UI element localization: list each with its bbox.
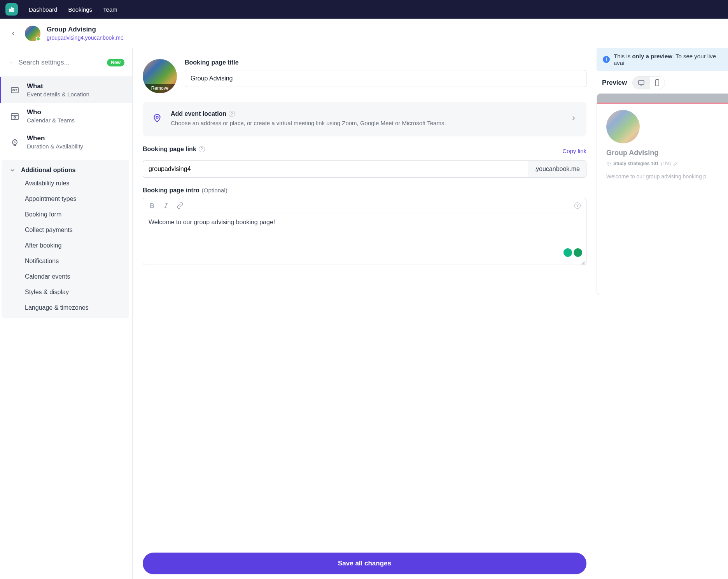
additional-item-notifications[interactable]: Notifications bbox=[25, 258, 121, 265]
page-thumbnail[interactable]: Remove bbox=[143, 59, 177, 93]
additional-item-calendar-events[interactable]: Calendar events bbox=[25, 273, 121, 280]
svg-point-13 bbox=[14, 117, 16, 118]
search-settings-input[interactable] bbox=[18, 59, 101, 66]
add-location-card[interactable]: Add event location ? Choose an address o… bbox=[143, 102, 586, 136]
additional-item-language-timezones[interactable]: Language & timezones bbox=[25, 304, 121, 311]
app-logo[interactable] bbox=[5, 3, 18, 16]
intro-textarea[interactable]: Welcome to our group advising booking pa… bbox=[143, 213, 586, 260]
sidebar-item-what[interactable]: What Event details & Location bbox=[0, 77, 132, 103]
resize-handle[interactable]: ◢ bbox=[143, 260, 586, 265]
additional-options-title: Additional options bbox=[21, 167, 75, 174]
sidebar-item-subtitle: Event details & Location bbox=[27, 91, 89, 98]
chevron-right-icon bbox=[570, 115, 577, 123]
additional-item-booking-form[interactable]: Booking form bbox=[25, 211, 121, 218]
location-title: Add event location ? bbox=[171, 110, 562, 117]
additional-item-appointment-types[interactable]: Appointment types bbox=[25, 195, 121, 202]
page-url-link[interactable]: groupadvising4.youcanbook.me bbox=[47, 35, 124, 41]
watch-icon bbox=[10, 137, 20, 147]
additional-item-styles-display[interactable]: Styles & display bbox=[25, 289, 121, 296]
svg-rect-19 bbox=[639, 80, 644, 84]
new-badge: New bbox=[107, 59, 124, 66]
svg-rect-2 bbox=[13, 9, 14, 12]
top-nav: Dashboard Bookings Team bbox=[0, 0, 728, 19]
clock-icon bbox=[606, 161, 611, 166]
help-icon[interactable]: ? bbox=[574, 202, 581, 209]
device-toggle bbox=[632, 76, 665, 89]
edit-icon bbox=[673, 161, 678, 166]
booking-link-label: Booking page link ? bbox=[143, 146, 205, 153]
sidebar-item-label: What bbox=[27, 82, 89, 90]
booking-link-input[interactable] bbox=[143, 160, 528, 178]
booking-title-label: Booking page title bbox=[185, 59, 586, 66]
booking-intro-label: Booking page intro (Optional) bbox=[143, 187, 586, 194]
location-description: Choose an address or place, or create a … bbox=[171, 119, 562, 128]
status-indicator bbox=[36, 37, 40, 41]
link-suffix: .youcanbook.me bbox=[528, 160, 586, 178]
preview-meta: Study strategies 101 (1hr) bbox=[606, 161, 728, 166]
thumbnail-remove-button[interactable]: Remove bbox=[143, 84, 177, 93]
additional-options-panel: Additional options Availability rules Ap… bbox=[2, 160, 129, 318]
sidebar-item-subtitle: Duration & Availability bbox=[27, 143, 83, 150]
info-icon: i bbox=[603, 56, 610, 63]
preview-canvas: Group Advising Study strategies 101 (1hr… bbox=[597, 93, 728, 295]
sidebar-item-label: Who bbox=[27, 108, 75, 116]
svg-line-18 bbox=[165, 203, 167, 208]
page-title: Group Advising bbox=[47, 26, 124, 33]
save-button[interactable]: Save all changes bbox=[143, 553, 586, 574]
preview-avatar bbox=[606, 110, 640, 143]
desktop-view-button[interactable] bbox=[633, 77, 650, 89]
preview-intro-text: Welcome to our group advising booking p bbox=[606, 173, 728, 180]
grammarly-widget[interactable] bbox=[564, 248, 582, 257]
main-content: Remove Booking page title Add event loca… bbox=[133, 48, 597, 579]
preview-label: Preview bbox=[602, 79, 627, 87]
svg-rect-1 bbox=[11, 8, 12, 12]
sidebar-item-when[interactable]: When Duration & Availability bbox=[0, 129, 132, 155]
chevron-down-icon bbox=[9, 167, 16, 173]
sub-header: Group Advising groupadvising4.youcanbook… bbox=[0, 19, 728, 48]
help-icon[interactable]: ? bbox=[199, 146, 205, 152]
preview-page-title: Group Advising bbox=[606, 149, 728, 157]
card-icon bbox=[10, 85, 20, 95]
settings-sidebar: New What Event details & Location Who Ca… bbox=[0, 48, 133, 579]
page-avatar bbox=[25, 26, 40, 41]
nav-dashboard[interactable]: Dashboard bbox=[29, 6, 57, 13]
back-button[interactable] bbox=[8, 28, 19, 39]
location-pin-icon bbox=[152, 113, 162, 125]
additional-options-toggle[interactable]: Additional options bbox=[9, 167, 121, 174]
link-icon[interactable] bbox=[177, 202, 184, 209]
sidebar-item-subtitle: Calendar & Teams bbox=[27, 117, 75, 124]
italic-icon[interactable] bbox=[163, 202, 170, 209]
preview-pane: i This is only a preview. To see your li… bbox=[597, 48, 728, 579]
nav-team[interactable]: Team bbox=[103, 6, 117, 13]
nav-bookings[interactable]: Bookings bbox=[68, 6, 92, 13]
svg-point-6 bbox=[13, 89, 14, 91]
svg-rect-0 bbox=[10, 9, 10, 11]
mobile-view-button[interactable] bbox=[650, 77, 665, 89]
additional-item-availability-rules[interactable]: Availability rules bbox=[25, 180, 121, 187]
booking-title-input[interactable] bbox=[185, 70, 586, 87]
svg-point-15 bbox=[156, 116, 158, 118]
help-icon[interactable]: ? bbox=[229, 111, 235, 117]
intro-editor: ? Welcome to our group advising booking … bbox=[143, 198, 586, 265]
bold-icon[interactable] bbox=[149, 202, 156, 209]
sidebar-item-label: When bbox=[27, 134, 83, 142]
svg-line-4 bbox=[12, 63, 12, 63]
calendar-icon bbox=[10, 111, 20, 121]
sidebar-item-who[interactable]: Who Calendar & Teams bbox=[0, 103, 132, 129]
search-icon bbox=[10, 59, 12, 66]
additional-item-after-booking[interactable]: After booking bbox=[25, 242, 121, 249]
preview-banner: i This is only a preview. To see your li… bbox=[597, 48, 728, 71]
additional-item-collect-payments[interactable]: Collect payments bbox=[25, 227, 121, 234]
svg-point-3 bbox=[10, 62, 12, 63]
copy-link-button[interactable]: Copy link bbox=[562, 148, 586, 154]
